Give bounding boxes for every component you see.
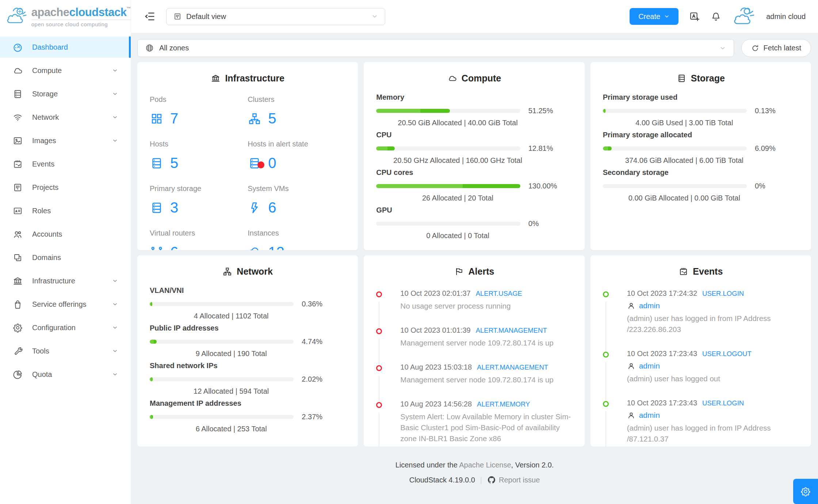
metric-primary-storage[interactable]: Primary storage 3 bbox=[150, 184, 248, 216]
sidebar-item-label: Service offerings bbox=[32, 300, 103, 309]
event-user-link[interactable]: admin bbox=[639, 362, 660, 370]
flag-icon bbox=[454, 267, 464, 276]
sidebar-item-roles[interactable]: Roles bbox=[0, 200, 131, 221]
infrastructure-card-title: Infrastructure bbox=[150, 73, 345, 84]
chevron-down-icon bbox=[112, 348, 118, 354]
gear-icon bbox=[12, 322, 23, 333]
sidebar-item-label: Network bbox=[32, 113, 103, 122]
brand-name: apachecloudstack™ bbox=[31, 6, 131, 19]
zone-selector[interactable]: All zones bbox=[137, 39, 734, 57]
alert-item[interactable]: 10 Oct 2023 01:01:39ALERT.MANAGEMENT Man… bbox=[376, 326, 572, 363]
metric-instances[interactable]: Instances 12 bbox=[248, 229, 345, 250]
sidebar-item-label: Dashboard bbox=[32, 43, 118, 51]
progress-bar bbox=[150, 415, 294, 419]
metric-pods[interactable]: Pods 7 bbox=[150, 95, 248, 127]
alert-item[interactable]: 10 Oct 2023 02:01:37ALERT.USAGE No usage… bbox=[376, 289, 572, 326]
metric-hosts-alert[interactable]: Hosts in alert state 0 bbox=[248, 140, 345, 171]
chevron-down-icon bbox=[112, 67, 118, 74]
sidebar-item-dashboard[interactable]: Dashboard bbox=[0, 37, 131, 58]
sidebar-item-quota[interactable]: Quota bbox=[0, 364, 131, 385]
team-icon bbox=[12, 229, 23, 240]
sidebar-item-label: Storage bbox=[32, 90, 103, 98]
sidebar-item-accounts[interactable]: Accounts bbox=[0, 224, 131, 245]
settings-fab[interactable] bbox=[793, 479, 818, 504]
sidebar-item-compute[interactable]: Compute bbox=[0, 60, 131, 81]
sidebar-item-configuration[interactable]: Configuration bbox=[0, 317, 131, 338]
sidebar-item-label: Projects bbox=[32, 183, 118, 192]
event-type-link[interactable]: USER.LOGIN bbox=[702, 290, 744, 297]
event-user-link[interactable]: admin bbox=[639, 411, 660, 420]
sidebar-item-network[interactable]: Network bbox=[0, 107, 131, 128]
event-type-link[interactable]: USER.LOGOUT bbox=[702, 350, 752, 358]
cluster-icon bbox=[248, 112, 261, 126]
progress-bar bbox=[150, 340, 294, 344]
chevron-down-icon bbox=[719, 45, 726, 52]
user-menu[interactable]: admin cloud bbox=[766, 12, 806, 21]
network-card-title: Network bbox=[150, 266, 345, 277]
alert-item[interactable]: 10 Aug 2023 14:56:28ALERT.MEMORY System … bbox=[376, 400, 572, 447]
event-item[interactable]: 10 Oct 2023 17:23:43USER.LOGIN admin (ad… bbox=[603, 399, 799, 447]
alert-type-link[interactable]: ALERT.MANAGEMENT bbox=[476, 327, 547, 334]
sidebar-item-service-offerings[interactable]: Service offerings bbox=[0, 294, 131, 315]
alert-type-link[interactable]: ALERT.MEMORY bbox=[477, 400, 530, 408]
chevron-down-icon bbox=[112, 301, 118, 308]
metric-clusters[interactable]: Clusters 5 bbox=[248, 95, 345, 127]
event-item[interactable]: 10 Oct 2023 17:23:43USER.LOGOUT admin (a… bbox=[603, 350, 799, 399]
view-selector[interactable]: Default view bbox=[166, 8, 385, 25]
event-type-link[interactable]: USER.LOGIN bbox=[702, 399, 744, 407]
shopping-icon bbox=[12, 299, 23, 310]
sidebar-item-projects[interactable]: Projects bbox=[0, 177, 131, 198]
sidebar-item-tools[interactable]: Tools bbox=[0, 340, 131, 362]
apache-license-link[interactable]: Apache License bbox=[459, 461, 511, 469]
app-logo[interactable]: apachecloudstack™ open source cloud comp… bbox=[0, 0, 131, 33]
storage-card: Storage Primary storage used 0.13% 4.00 … bbox=[590, 62, 811, 250]
alert-dot-red bbox=[376, 328, 382, 334]
sidebar-item-storage[interactable]: Storage bbox=[0, 83, 131, 104]
report-issue-link[interactable]: Report issue bbox=[487, 475, 540, 485]
alerts-card-title: Alerts bbox=[376, 266, 572, 277]
cluster-icon bbox=[222, 267, 232, 276]
usage-public-ip: Public IP addresses 4.74% 9 Allocated | … bbox=[150, 324, 345, 358]
wifi-icon bbox=[12, 112, 23, 123]
create-button[interactable]: Create bbox=[630, 8, 679, 25]
alert-type-link[interactable]: ALERT.MANAGEMENT bbox=[477, 363, 548, 371]
sidebar-item-domains[interactable]: Domains bbox=[0, 247, 131, 268]
compute-card: Compute Memory 51.25% 20.50 GiB Allocate… bbox=[364, 62, 584, 250]
metric-hosts[interactable]: Hosts 5 bbox=[150, 140, 248, 171]
version-text: CloudStack 4.19.0.0 bbox=[409, 475, 475, 485]
avatar[interactable] bbox=[732, 7, 756, 26]
bell-icon[interactable] bbox=[710, 11, 722, 22]
sidebar-item-label: Accounts bbox=[32, 230, 118, 238]
wrench-icon bbox=[12, 346, 23, 356]
fork-icon bbox=[150, 245, 164, 251]
compute-card-title: Compute bbox=[376, 73, 572, 84]
thunderbolt-icon bbox=[248, 201, 261, 215]
alert-type-link[interactable]: ALERT.USAGE bbox=[476, 290, 522, 297]
user-icon bbox=[627, 302, 635, 310]
progress-bar bbox=[150, 377, 294, 381]
cloudmonkey-logo-icon bbox=[6, 5, 28, 28]
usage-primary-allocated: Primary storage allocated 6.09% 374.06 G… bbox=[603, 131, 799, 165]
alert-item[interactable]: 10 Aug 2023 15:03:18ALERT.MANAGEMENT Man… bbox=[376, 363, 572, 400]
event-user-link[interactable]: admin bbox=[639, 301, 660, 310]
metric-system-vms[interactable]: System VMs 6 bbox=[248, 184, 345, 216]
chevron-down-icon bbox=[112, 91, 118, 97]
translate-icon[interactable] bbox=[689, 11, 700, 22]
sidebar-item-images[interactable]: Images bbox=[0, 130, 131, 151]
event-item[interactable]: 10 Oct 2023 17:24:32USER.LOGIN admin (ad… bbox=[603, 289, 799, 350]
alert-dot bbox=[257, 161, 264, 168]
alert-dot-red bbox=[376, 365, 382, 371]
picture-icon bbox=[12, 135, 23, 146]
github-icon bbox=[487, 476, 496, 484]
sidebar-item-events[interactable]: Events bbox=[0, 153, 131, 175]
progress-bar bbox=[603, 109, 747, 113]
storage-card-title: Storage bbox=[603, 73, 799, 84]
zone-selector-value: All zones bbox=[159, 44, 714, 52]
sidebar-item-label: Events bbox=[32, 160, 118, 168]
fetch-latest-button[interactable]: Fetch latest bbox=[741, 39, 811, 57]
menu-fold-icon[interactable] bbox=[144, 10, 156, 23]
metric-virtual-routers[interactable]: Virtual routers 6 bbox=[150, 229, 248, 250]
sidebar-item-infrastructure[interactable]: Infrastructure bbox=[0, 270, 131, 291]
block-icon bbox=[12, 252, 23, 263]
chevron-down-icon bbox=[112, 278, 118, 284]
